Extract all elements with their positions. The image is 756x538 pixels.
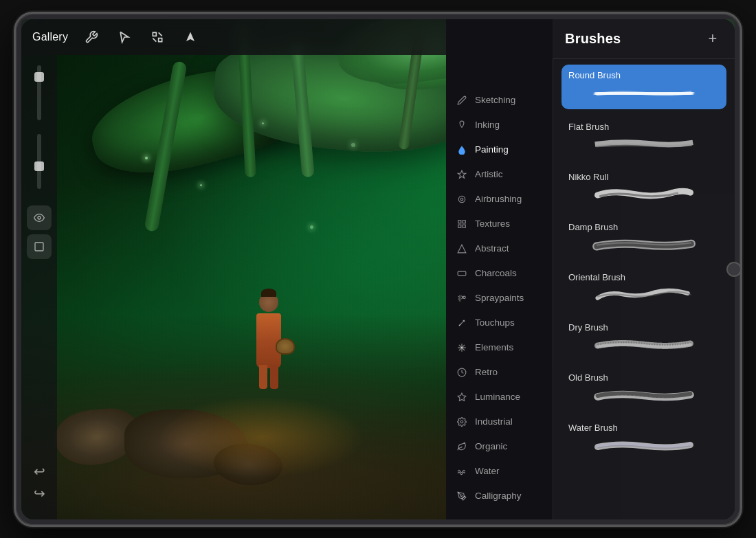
layer-thumb-button[interactable] xyxy=(27,234,52,259)
svg-point-5 xyxy=(458,196,465,202)
particle-2 xyxy=(262,122,264,124)
brush-name-nikko-rull: Nikko Rull xyxy=(568,172,720,182)
brush-name-water-brush: Water Brush xyxy=(568,423,720,433)
category-icon-luminance xyxy=(456,391,468,403)
category-icon-abstract xyxy=(456,243,468,255)
category-icon-water xyxy=(456,465,468,478)
category-icon-organic xyxy=(456,440,468,453)
opacity-slider-thumb xyxy=(34,161,44,171)
category-label-water: Water xyxy=(475,466,500,476)
size-slider[interactable] xyxy=(37,65,41,120)
gallery-button[interactable]: Gallery xyxy=(32,31,68,43)
transform-icon[interactable] xyxy=(148,27,167,47)
arrow-icon[interactable] xyxy=(181,27,200,47)
char-head xyxy=(259,293,278,312)
category-item-spraypaints[interactable]: Spraypaints xyxy=(446,286,553,311)
category-item-inking[interactable]: Inking xyxy=(446,113,553,137)
svg-marker-4 xyxy=(458,170,466,178)
brush-item-flat-brush[interactable]: Flat Brush xyxy=(553,113,735,164)
size-slider-thumb xyxy=(34,72,44,82)
home-button[interactable] xyxy=(726,262,742,277)
brush-item-water-brush[interactable]: Water Brush xyxy=(553,414,735,464)
brush-stroke-nikko-rull xyxy=(568,185,720,205)
particle-5 xyxy=(351,143,355,147)
category-list: Sketching Inking Painting Artistic Airbr… xyxy=(446,19,553,519)
char-leg-right xyxy=(270,365,278,389)
category-icon-retro xyxy=(456,366,468,379)
visibility-button[interactable] xyxy=(27,205,52,230)
category-label-industrial: Industrial xyxy=(475,416,513,427)
svg-point-22 xyxy=(460,495,462,496)
category-label-touchups: Touchups xyxy=(475,317,515,328)
category-item-luminance[interactable]: Luminance xyxy=(446,385,553,410)
svg-point-2 xyxy=(38,216,41,219)
category-icon-elements xyxy=(456,341,468,354)
panel-title: Brushes xyxy=(565,31,621,47)
brush-item-dry-brush[interactable]: Dry Brush xyxy=(553,314,735,364)
size-slider-group xyxy=(37,62,41,124)
actions-icon[interactable] xyxy=(82,27,101,47)
category-item-industrial[interactable]: Industrial xyxy=(446,410,553,434)
brush-stroke-round-brush xyxy=(568,83,720,104)
category-label-luminance: Luminance xyxy=(475,392,520,402)
brush-panel-header: Brushes + xyxy=(553,19,735,59)
category-item-artistic[interactable]: Artistic xyxy=(446,162,553,187)
svg-rect-9 xyxy=(458,225,461,227)
brush-name-damp-brush: Damp Brush xyxy=(568,222,720,232)
category-item-touchups[interactable]: Touchups xyxy=(446,311,553,335)
category-label-calligraphy: Calligraphy xyxy=(475,491,522,501)
select-icon[interactable] xyxy=(115,27,134,47)
brush-item-damp-brush[interactable]: Damp Brush xyxy=(553,214,735,264)
category-icon-spraypaints xyxy=(456,292,468,304)
brush-stroke-old-brush xyxy=(568,385,720,406)
category-label-retro: Retro xyxy=(475,367,498,377)
opacity-slider[interactable] xyxy=(37,134,41,189)
category-label-artistic: Artistic xyxy=(475,169,503,179)
brush-stroke-oriental-brush xyxy=(568,285,720,306)
category-icon-calligraphy xyxy=(456,490,468,502)
category-icon-touchups xyxy=(456,317,468,329)
brush-item-oriental-brush[interactable]: Oriental Brush xyxy=(553,264,735,314)
category-item-painting[interactable]: Painting xyxy=(446,137,553,162)
category-icon-sketching xyxy=(456,94,468,107)
character xyxy=(248,293,289,403)
redo-button[interactable]: ↪ xyxy=(34,485,45,502)
category-item-airbrushing[interactable]: Airbrushing xyxy=(446,187,553,212)
category-label-elements: Elements xyxy=(475,342,513,352)
category-item-retro[interactable]: Retro xyxy=(446,360,553,385)
svg-rect-12 xyxy=(458,271,466,276)
category-item-water[interactable]: Water xyxy=(446,459,553,484)
brush-stroke-water-brush xyxy=(568,436,720,456)
category-item-textures[interactable]: Textures xyxy=(446,212,553,236)
particle-3 xyxy=(310,225,313,229)
brush-stroke-flat-brush xyxy=(568,135,720,155)
screen: Gallery xyxy=(21,19,735,519)
brush-item-round-brush[interactable]: Round Brush xyxy=(553,60,735,113)
brush-item-old-brush[interactable]: Old Brush xyxy=(553,364,735,414)
char-leg-left xyxy=(259,365,267,389)
category-item-abstract[interactable]: Abstract xyxy=(446,236,553,261)
category-item-charcoals[interactable]: Charcoals xyxy=(446,261,553,286)
brush-name-flat-brush: Flat Brush xyxy=(568,122,720,132)
category-item-elements[interactable]: Elements xyxy=(446,335,553,360)
undo-button[interactable]: ↩ xyxy=(34,463,45,480)
category-item-calligraphy[interactable]: Calligraphy xyxy=(446,484,553,508)
category-icon-artistic xyxy=(456,168,468,181)
category-label-abstract: Abstract xyxy=(475,243,509,254)
category-icon-painting xyxy=(456,144,468,156)
brush-stroke-dry-brush xyxy=(568,335,720,356)
category-label-inking: Inking xyxy=(475,120,500,130)
category-item-sketching[interactable]: Sketching xyxy=(446,88,553,113)
add-brush-button[interactable]: + xyxy=(703,29,722,48)
category-label-painting: Painting xyxy=(475,144,509,155)
brush-item-nikko-rull[interactable]: Nikko Rull xyxy=(553,164,735,214)
brush-name-round-brush: Round Brush xyxy=(568,70,720,80)
category-item-organic[interactable]: Organic xyxy=(446,434,553,459)
char-basket xyxy=(276,338,295,355)
opacity-slider-group xyxy=(37,131,41,192)
char-hair xyxy=(261,289,276,297)
svg-rect-3 xyxy=(35,243,43,251)
svg-point-21 xyxy=(460,421,463,423)
svg-point-13 xyxy=(463,296,466,299)
category-label-spraypaints: Spraypaints xyxy=(475,293,524,303)
